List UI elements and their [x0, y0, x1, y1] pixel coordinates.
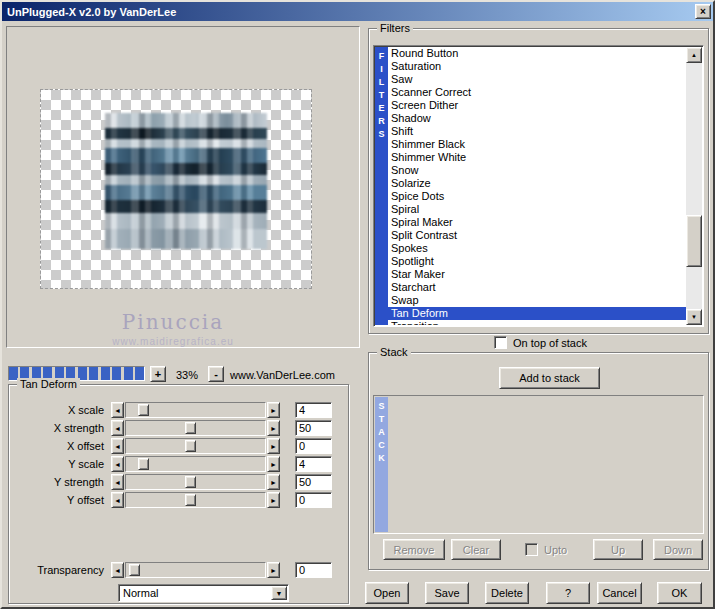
slider-right-arrow[interactable]: ►: [267, 456, 280, 472]
filter-item[interactable]: Spiral Maker: [388, 216, 686, 229]
filter-item[interactable]: Starchart: [388, 281, 686, 294]
scrollbar-thumb[interactable]: [686, 215, 702, 267]
filter-item[interactable]: Transition: [388, 320, 686, 325]
upto-checkbox[interactable]: [525, 543, 538, 556]
slider-thumb[interactable]: [138, 404, 149, 416]
slider-track[interactable]: [125, 438, 266, 454]
transparency-checkerboard: [40, 89, 312, 289]
filter-item[interactable]: Shimmer Black: [388, 138, 686, 151]
slider-left-arrow[interactable]: ◄: [111, 474, 124, 490]
slider-left-arrow[interactable]: ◄: [111, 438, 124, 454]
remove-button[interactable]: Remove: [383, 539, 445, 560]
open-button[interactable]: Open: [365, 582, 409, 604]
slider-track[interactable]: [125, 456, 266, 472]
watermark-url: www.maidiregrafica.eu: [7, 336, 339, 347]
slider-label: Y strength: [11, 476, 111, 488]
add-to-stack-button[interactable]: Add to stack: [499, 367, 600, 389]
up-button[interactable]: Up: [593, 539, 643, 560]
slider-label: Transparency: [11, 564, 111, 576]
titlebar[interactable]: UnPlugged-X v2.0 by VanDerLee ×: [2, 2, 713, 21]
filters-group-title: Filters: [377, 22, 413, 34]
slider-right-arrow[interactable]: ►: [267, 562, 280, 578]
on-top-checkbox[interactable]: [494, 336, 507, 349]
slider-track[interactable]: [125, 474, 266, 490]
blend-mode-select[interactable]: Normal ▼: [118, 584, 289, 602]
filter-item[interactable]: Split Contrast: [388, 229, 686, 242]
slider-right-arrow[interactable]: ►: [267, 438, 280, 454]
slider-row: X offset◄►: [11, 437, 344, 455]
filter-item[interactable]: Spotlight: [388, 255, 686, 268]
slider-right-arrow[interactable]: ►: [267, 420, 280, 436]
params-group-title: Tan Deform: [17, 378, 80, 390]
combo-dropdown-button[interactable]: ▼: [271, 586, 287, 600]
params-group: Tan Deform X scale◄►X strength◄►X offset…: [8, 384, 349, 604]
slider-value-input[interactable]: [295, 438, 332, 454]
filter-item[interactable]: Swap: [388, 294, 686, 307]
slider-right-arrow[interactable]: ►: [267, 492, 280, 508]
slider-track[interactable]: [125, 402, 266, 418]
slider-left-arrow[interactable]: ◄: [111, 562, 124, 578]
filters-scrollbar[interactable]: ▲ ▼: [686, 47, 702, 325]
slider-track[interactable]: [125, 492, 266, 508]
help-button[interactable]: ?: [546, 582, 590, 604]
filter-item[interactable]: Star Maker: [388, 268, 686, 281]
scroll-up-button[interactable]: ▲: [686, 47, 702, 63]
save-button[interactable]: Save: [425, 582, 469, 604]
filter-item[interactable]: Shift: [388, 125, 686, 138]
filters-list[interactable]: Round ButtonSaturationSawScanner Correct…: [388, 47, 686, 325]
slider-thumb[interactable]: [129, 564, 140, 576]
slider-thumb[interactable]: [185, 440, 196, 452]
slider-right-arrow[interactable]: ►: [267, 402, 280, 418]
slider-thumb[interactable]: [138, 458, 149, 470]
window-title: UnPlugged-X v2.0 by VanDerLee: [7, 6, 176, 18]
down-button[interactable]: Down: [653, 539, 703, 560]
slider-left-arrow[interactable]: ◄: [111, 456, 124, 472]
close-button[interactable]: ×: [695, 4, 711, 19]
slider-left-arrow[interactable]: ◄: [111, 420, 124, 436]
filter-item[interactable]: Spice Dots: [388, 190, 686, 203]
delete-button[interactable]: Delete: [485, 582, 529, 604]
slider-row: Y strength◄►: [11, 473, 344, 491]
stack-button-row: Remove Clear Upto Up Down: [369, 539, 708, 560]
filter-item[interactable]: Spokes: [388, 242, 686, 255]
stack-group-title: Stack: [377, 346, 411, 358]
filter-item[interactable]: Spiral: [388, 203, 686, 216]
slider-left-arrow[interactable]: ◄: [111, 492, 124, 508]
slider-value-input[interactable]: [295, 420, 332, 436]
slider-track[interactable]: [125, 420, 266, 436]
slider-row: Y offset◄►: [11, 491, 344, 509]
clear-button[interactable]: Clear: [451, 539, 501, 560]
slider-thumb[interactable]: [185, 494, 196, 506]
slider-value-input[interactable]: [295, 456, 332, 472]
slider-left-arrow[interactable]: ◄: [111, 402, 124, 418]
filter-item[interactable]: Tan Deform: [388, 307, 686, 320]
filter-item[interactable]: Scanner Correct: [388, 86, 686, 99]
scroll-down-button[interactable]: ▼: [686, 309, 702, 325]
stack-vertical-label: S T A C K: [375, 397, 388, 532]
slider-right-arrow[interactable]: ►: [267, 474, 280, 490]
slider-value-input[interactable]: [295, 402, 332, 418]
cancel-button[interactable]: Cancel: [597, 582, 642, 604]
slider-value-input[interactable]: [295, 474, 332, 490]
filter-item[interactable]: Snow: [388, 164, 686, 177]
slider-value-input[interactable]: [295, 492, 332, 508]
filter-item[interactable]: Saw: [388, 73, 686, 86]
filter-item[interactable]: Saturation: [388, 60, 686, 73]
filter-item[interactable]: Shadow: [388, 112, 686, 125]
slider-label: X offset: [11, 440, 111, 452]
ok-button[interactable]: OK: [657, 582, 702, 604]
filter-item[interactable]: Screen Dither: [388, 99, 686, 112]
slider-track[interactable]: [125, 562, 266, 578]
slider-value-input[interactable]: [295, 562, 332, 578]
slider-thumb[interactable]: [185, 422, 196, 434]
zoom-in-button[interactable]: +: [150, 366, 166, 382]
zoom-out-button[interactable]: -: [208, 366, 224, 382]
slider-label: X strength: [11, 422, 111, 434]
preview-image: [105, 113, 267, 249]
slider-thumb[interactable]: [185, 476, 196, 488]
stack-listbox[interactable]: S T A C K: [373, 395, 704, 534]
filter-item[interactable]: Round Button: [388, 47, 686, 60]
filter-item[interactable]: Shimmer White: [388, 151, 686, 164]
filter-item[interactable]: Solarize: [388, 177, 686, 190]
on-top-label: On top of stack: [513, 337, 587, 349]
